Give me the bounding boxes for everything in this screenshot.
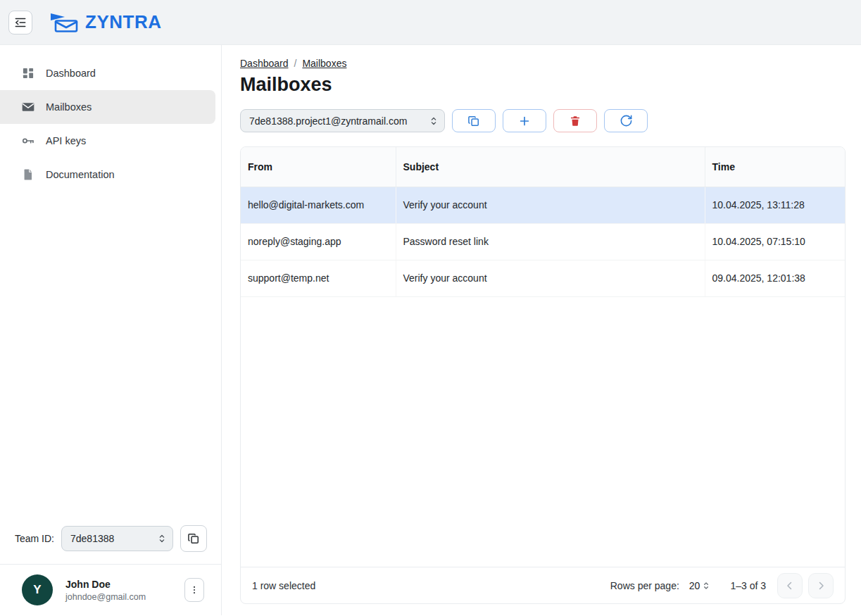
mailbox-select-value: 7de81388.project1@zyntramail.com — [249, 115, 407, 127]
table-footer: 1 row selected Rows per page: 20 1–3 of … — [241, 567, 845, 603]
copy-icon — [467, 114, 481, 128]
cell-from: hello@digital-markets.com — [241, 187, 396, 223]
unfold-icon — [427, 115, 440, 127]
chevron-left-icon — [784, 579, 796, 592]
copy-team-id-button[interactable] — [180, 525, 207, 552]
delete-mailbox-button[interactable] — [553, 109, 597, 132]
refresh-button[interactable] — [604, 109, 648, 132]
document-icon — [21, 168, 35, 182]
sidebar-item-label: Dashboard — [46, 68, 96, 79]
cell-time: 09.04.2025, 12:01:38 — [705, 260, 845, 296]
pagination-range: 1–3 of 3 — [730, 580, 766, 591]
copy-mailbox-button[interactable] — [452, 109, 496, 132]
mail-table: From Subject Time hello@digital-markets.… — [241, 147, 845, 297]
breadcrumb-dashboard-link[interactable]: Dashboard — [240, 58, 289, 69]
cell-time: 10.04.2025, 13:11:28 — [705, 187, 845, 223]
team-id-label: Team ID: — [15, 533, 54, 544]
column-header-from: From — [241, 147, 396, 187]
unfold-icon — [156, 532, 168, 545]
team-id-row: Team ID: 7de81388 — [0, 525, 221, 552]
sidebar-item-label: API keys — [46, 135, 86, 146]
sidebar-toggle-button[interactable] — [8, 11, 32, 34]
brand-name: ZYNTRA — [85, 11, 161, 33]
mail-icon — [21, 100, 35, 114]
mailbox-select[interactable]: 7de81388.project1@zyntramail.com — [240, 109, 445, 132]
user-meta: John Doe johndoe@gmail.com — [65, 579, 172, 602]
main-content: Dashboard / Mailboxes Mailboxes 7de81388… — [222, 45, 861, 615]
mailbox-toolbar: 7de81388.project1@zyntramail.com — [240, 109, 846, 132]
sidebar-item-dashboard[interactable]: Dashboard — [0, 56, 215, 90]
cell-from: noreply@staging.app — [241, 223, 396, 260]
breadcrumb-separator: / — [294, 58, 297, 69]
cell-from: support@temp.net — [241, 260, 396, 296]
user-name: John Doe — [65, 579, 172, 590]
sidebar: Dashboard Mailboxes API keys — [0, 45, 222, 615]
sidebar-item-label: Documentation — [46, 169, 115, 180]
pagination: Rows per page: 20 1–3 of 3 — [610, 573, 834, 598]
unfold-icon — [700, 580, 712, 591]
column-header-subject: Subject — [396, 147, 705, 187]
team-id-value: 7de81388 — [70, 533, 114, 544]
cell-time: 10.04.2025, 07:15:10 — [705, 223, 845, 260]
collapse-sidebar-icon — [13, 15, 27, 30]
table-body: hello@digital-markets.com Verify your ac… — [241, 187, 845, 296]
topbar: ZYNTRA — [0, 0, 861, 45]
sidebar-item-documentation[interactable]: Documentation — [0, 158, 215, 191]
team-id-select[interactable]: 7de81388 — [61, 526, 173, 551]
key-icon — [21, 134, 35, 148]
rows-per-page-select[interactable]: 20 — [689, 580, 712, 591]
selection-status: 1 row selected — [252, 580, 315, 591]
table-row[interactable]: noreply@staging.app Password reset link … — [241, 223, 845, 260]
breadcrumb: Dashboard / Mailboxes — [240, 58, 846, 69]
table-empty-area — [241, 297, 845, 567]
add-mailbox-button[interactable] — [503, 109, 546, 132]
refresh-icon — [620, 114, 633, 127]
user-email: johndoe@gmail.com — [65, 592, 172, 602]
kebab-icon — [189, 584, 199, 596]
avatar-initial: Y — [33, 583, 41, 597]
dashboard-icon — [21, 66, 35, 80]
sidebar-item-mailboxes[interactable]: Mailboxes — [0, 90, 215, 124]
sidebar-nav: Dashboard Mailboxes API keys — [0, 56, 221, 191]
column-header-time: Time — [705, 147, 845, 187]
avatar: Y — [22, 574, 53, 605]
user-card: Y John Doe johndoe@gmail.com — [0, 565, 221, 615]
table-row[interactable]: hello@digital-markets.com Verify your ac… — [241, 187, 845, 223]
rows-per-page-value: 20 — [689, 580, 700, 591]
sidebar-item-label: Mailboxes — [46, 101, 92, 113]
cell-subject: Verify your account — [396, 260, 705, 296]
copy-icon — [187, 532, 201, 546]
user-menu-button[interactable] — [184, 578, 204, 602]
brand-mail-icon — [49, 12, 79, 33]
plus-icon — [517, 114, 532, 128]
mail-table-card: From Subject Time hello@digital-markets.… — [240, 146, 846, 604]
table-header-row: From Subject Time — [241, 147, 845, 187]
sidebar-item-api-keys[interactable]: API keys — [0, 124, 215, 158]
previous-page-button[interactable] — [777, 573, 803, 598]
next-page-button[interactable] — [808, 573, 834, 598]
rows-per-page-label: Rows per page: — [610, 580, 679, 591]
brand-logo: ZYNTRA — [49, 11, 161, 33]
chevron-right-icon — [815, 579, 827, 592]
sidebar-bottom: Team ID: 7de81388 Y — [0, 525, 221, 615]
cell-subject: Verify your account — [396, 187, 705, 223]
breadcrumb-mailboxes-link[interactable]: Mailboxes — [302, 58, 346, 69]
cell-subject: Password reset link — [396, 223, 705, 260]
trash-icon — [569, 115, 582, 127]
table-row[interactable]: support@temp.net Verify your account 09.… — [241, 260, 845, 296]
page-title: Mailboxes — [240, 74, 846, 96]
